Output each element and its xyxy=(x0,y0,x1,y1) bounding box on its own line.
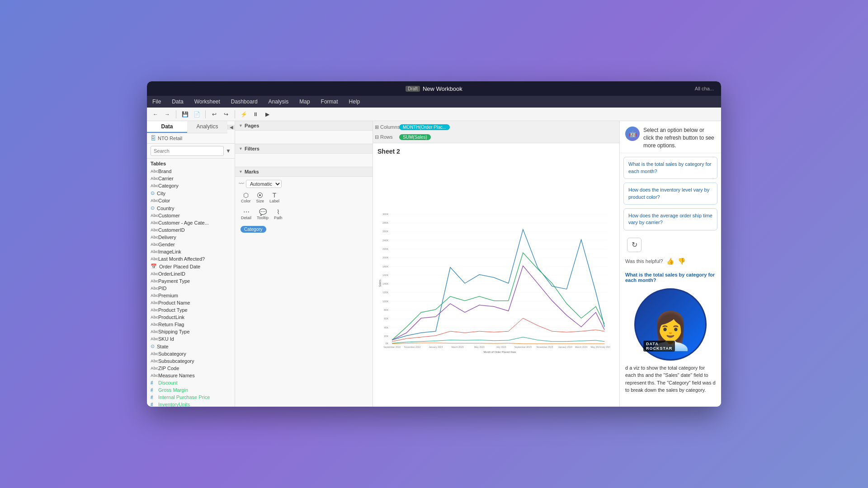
field-state[interactable]: ⊙ State xyxy=(147,343,235,350)
menu-file[interactable]: File xyxy=(151,98,163,106)
field-name: Product Type xyxy=(158,307,188,313)
menu-dashboard[interactable]: Dashboard xyxy=(229,98,259,106)
run-button[interactable]: ▶ xyxy=(262,109,272,119)
field-subcategory[interactable]: Abc Subcategory xyxy=(147,350,235,357)
field-inventoryunits[interactable]: # InventoryUnits xyxy=(147,401,235,407)
field-country[interactable]: ⊙ Country xyxy=(147,204,235,212)
undo-button[interactable]: ↩ xyxy=(209,109,219,119)
canvas-area: ▼ Pages ▼ Filters ▼ Marks xyxy=(235,121,721,407)
person-image-container: 👩‍💼 DATAROCKSTAR xyxy=(634,288,707,361)
svg-text:May 2023: May 2023 xyxy=(474,346,485,348)
field-pid[interactable]: Abc PID xyxy=(147,285,235,292)
field-customerid[interactable]: Abc CustomerID xyxy=(147,226,235,234)
field-delivery[interactable]: Abc Delivery xyxy=(147,234,235,241)
panel-collapse-button[interactable]: ◀ xyxy=(227,125,235,130)
marks-path-label: Path xyxy=(274,216,283,220)
field-imagelink[interactable]: Abc ImageLink xyxy=(147,248,235,255)
rows-shelf: ⊟ Rows SUM(Sales) xyxy=(373,132,619,142)
field-payment-type[interactable]: Abc Payment Type xyxy=(147,277,235,285)
forward-button[interactable]: → xyxy=(162,109,172,119)
field-list: Abc Brand Abc Carrier Abc Category ⊙ Cit… xyxy=(147,168,235,407)
field-premium[interactable]: Abc Premium xyxy=(147,292,235,299)
ai-helpful-label: Was this helpful? xyxy=(625,258,663,264)
search-input[interactable] xyxy=(151,146,224,156)
search-filter-button[interactable]: ▼ xyxy=(226,148,231,154)
menu-data[interactable]: Data xyxy=(170,98,185,106)
marks-path-button[interactable]: ⌇ Path xyxy=(272,207,285,221)
field-order-placed-date[interactable]: 📅 Order Placed Date xyxy=(147,263,235,270)
menu-format[interactable]: Format xyxy=(319,98,340,106)
field-icon-abc: Abc xyxy=(151,352,156,356)
draft-badge: Draft xyxy=(406,86,420,92)
rows-pill[interactable]: SUM(Sales) xyxy=(399,134,431,140)
thumbs-up-button[interactable]: 👍 xyxy=(666,258,674,265)
menu-help[interactable]: Help xyxy=(347,98,362,106)
field-product-name[interactable]: Abc Product Name xyxy=(147,299,235,306)
field-subsubcategory[interactable]: Abc Subsubcategory xyxy=(147,357,235,365)
category-pill[interactable]: Category xyxy=(241,226,266,233)
menu-bar: File Data Worksheet Dashboard Analysis M… xyxy=(147,96,721,108)
field-customer[interactable]: Abc Customer xyxy=(147,212,235,219)
marks-icons-row-2: ⋯ Detail 💬 Tooltip ⌇ Path xyxy=(237,206,371,223)
svg-text:80K: 80K xyxy=(384,309,388,311)
pause-button[interactable]: ⏸ xyxy=(250,109,260,119)
new-button[interactable]: 📄 xyxy=(192,109,202,119)
field-gender[interactable]: Abc Gender xyxy=(147,241,235,248)
field-measure-names[interactable]: Abc Measure Names xyxy=(147,372,235,379)
field-name: Subsubcategory xyxy=(158,358,194,364)
field-product-type[interactable]: Abc Product Type xyxy=(147,306,235,314)
field-internal-purchase-price[interactable]: # Internal Purchase Price xyxy=(147,394,235,401)
thumbs-down-button[interactable]: 👎 xyxy=(678,258,685,265)
redo-button[interactable]: ↪ xyxy=(221,109,231,119)
columns-pill[interactable]: MONTH(Order Plac... xyxy=(399,124,450,130)
pages-header[interactable]: ▼ Pages xyxy=(235,121,373,131)
field-orderlineid[interactable]: Abc OrderLineID xyxy=(147,270,235,277)
field-color[interactable]: Abc Color xyxy=(147,197,235,204)
field-carrier[interactable]: Abc Carrier xyxy=(147,175,235,182)
menu-analysis[interactable]: Analysis xyxy=(267,98,291,106)
filters-header[interactable]: ▼ Filters xyxy=(235,144,373,154)
menu-worksheet[interactable]: Worksheet xyxy=(193,98,222,106)
field-shipping-type[interactable]: Abc Shipping Type xyxy=(147,328,235,335)
tab-data[interactable]: Data xyxy=(147,121,187,133)
field-zip-code[interactable]: Abc ZIP Code xyxy=(147,365,235,372)
field-icon-hash: # xyxy=(151,395,156,399)
marks-size-button[interactable]: ⦿ Size xyxy=(254,191,267,205)
svg-text:160K: 160K xyxy=(382,274,389,277)
connect-button[interactable]: ⚡ xyxy=(239,109,249,119)
field-name: Subcategory xyxy=(158,351,186,357)
field-discount[interactable]: # Discount xyxy=(147,379,235,386)
field-customer-age[interactable]: Abc Customer - Age Cate... xyxy=(147,219,235,226)
ai-prompt-text: Select an option below or click the refr… xyxy=(643,127,716,149)
marks-label-button[interactable]: T Label xyxy=(267,191,282,205)
ai-suggestion-3[interactable]: How does the average order ship time var… xyxy=(623,208,717,230)
field-name: ImageLink xyxy=(158,249,181,254)
field-name: Internal Purchase Price xyxy=(158,394,210,400)
columns-shelf: ⊞ Columns MONTH(Order Plac... xyxy=(373,122,619,132)
field-icon-abc: Abc xyxy=(151,198,156,203)
field-return-flag[interactable]: Abc Return Flag xyxy=(147,321,235,328)
ai-suggestion-1[interactable]: What is the total sales by category for … xyxy=(623,157,717,179)
marks-detail-button[interactable]: ⋯ Detail xyxy=(239,207,254,221)
ai-suggestion-2[interactable]: How does the inventory level vary by pro… xyxy=(623,183,717,205)
field-name: Last Month Affected? xyxy=(158,256,205,262)
marks-color-button[interactable]: ⬡ Color xyxy=(239,191,253,205)
menu-map[interactable]: Map xyxy=(297,98,311,106)
save-button[interactable]: 💾 xyxy=(180,109,190,119)
back-button[interactable]: ← xyxy=(151,109,160,119)
svg-text:260K: 260K xyxy=(382,230,389,233)
category-pill-container: Category xyxy=(237,223,371,236)
tab-analytics[interactable]: Analytics xyxy=(187,121,227,133)
ai-refresh-button[interactable]: ↻ xyxy=(627,238,642,252)
field-category[interactable]: Abc Category xyxy=(147,182,235,189)
field-brand[interactable]: Abc Brand xyxy=(147,168,235,175)
marks-type-select[interactable]: Automatic Bar Line Area xyxy=(246,180,282,188)
field-city[interactable]: ⊙ City xyxy=(147,189,235,197)
field-sku-id[interactable]: Abc SKU Id xyxy=(147,335,235,343)
field-last-month[interactable]: Abc Last Month Affected? xyxy=(147,255,235,263)
marks-tooltip-button[interactable]: 💬 Tooltip xyxy=(255,207,271,221)
marks-header[interactable]: ▼ Marks xyxy=(235,167,373,177)
field-productlink[interactable]: Abc ProductLink xyxy=(147,314,235,321)
svg-text:March 2024: March 2024 xyxy=(575,346,587,348)
field-gross-margin[interactable]: # Gross Margin xyxy=(147,386,235,394)
